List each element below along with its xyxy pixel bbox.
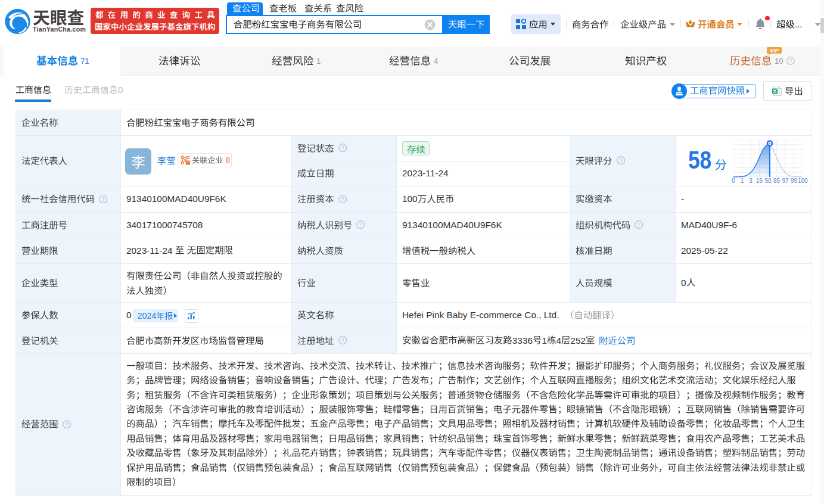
svg-text:?: ?	[341, 195, 344, 202]
svg-text:?: ?	[102, 195, 105, 202]
svg-text:?: ?	[65, 421, 69, 427]
svg-text:?: ?	[359, 222, 363, 228]
svg-text:?: ?	[341, 337, 344, 344]
svg-text:?: ?	[619, 157, 623, 164]
svg-text:?: ?	[638, 222, 641, 228]
svg-text:VIP: VIP	[770, 48, 779, 54]
svg-text:?: ?	[789, 58, 792, 64]
svg-text:?: ?	[341, 145, 344, 151]
